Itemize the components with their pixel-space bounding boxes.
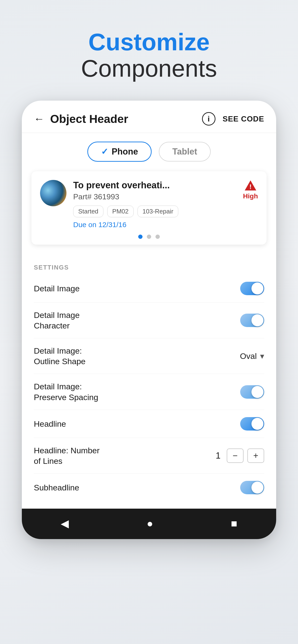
chevron-down-icon: ▾ xyxy=(260,351,264,361)
tab-bar: ✓ Phone Tablet xyxy=(22,133,276,169)
page-title-dark: Components xyxy=(81,55,217,82)
setting-name-headline-lines: Headline: Numberof Lines xyxy=(34,445,213,466)
setting-row-headline: Headline xyxy=(34,410,264,438)
dropdown-value: Oval xyxy=(240,352,257,361)
tab-tablet[interactable]: Tablet xyxy=(159,142,210,162)
page-header: Customize Components xyxy=(81,29,217,82)
setting-row-outline-shape: Detail Image:Outline Shape Oval ▾ xyxy=(34,338,264,374)
toggle-knob-2 xyxy=(251,314,263,326)
card-content: To prevent overheati... Part# 361993 Sta… xyxy=(73,180,236,229)
back-arrow-icon[interactable]: ← xyxy=(34,113,44,125)
toggle-headline[interactable] xyxy=(240,417,264,430)
setting-name-preserve-spacing: Detail Image:Preserve Spacing xyxy=(34,381,240,402)
nav-recent-icon[interactable]: ■ xyxy=(231,518,237,530)
stepper-decrement-button[interactable]: − xyxy=(227,448,244,463)
app-bar-title: Object Header xyxy=(50,112,202,126)
toggle-knob-4 xyxy=(251,418,263,430)
card-avatar xyxy=(40,180,66,206)
tab-tablet-label: Tablet xyxy=(172,146,197,157)
card-due: Due on 12/31/16 xyxy=(73,221,236,229)
setting-row-headline-lines: Headline: Numberof Lines 1 − + xyxy=(34,438,264,474)
page-title-blue: Customize xyxy=(81,29,217,55)
app-bar: ← Object Header i SEE CODE xyxy=(22,100,276,133)
nav-bar: ◀ ● ■ xyxy=(22,509,276,539)
nav-home-icon[interactable]: ● xyxy=(146,518,153,530)
dot-1 xyxy=(138,234,142,239)
tab-phone[interactable]: ✓ Phone xyxy=(87,142,152,162)
card-tags: Started PM02 103-Repair xyxy=(73,206,236,217)
settings-label: SETTINGS xyxy=(34,264,264,271)
warning-triangle-icon: ! xyxy=(244,180,257,191)
setting-row-subheadline: Subheadline xyxy=(34,474,264,502)
stepper-value: 1 xyxy=(213,451,223,461)
settings-section: SETTINGS Detail Image Detail ImageCharac… xyxy=(22,256,276,509)
dot-2 xyxy=(147,234,151,239)
check-icon: ✓ xyxy=(101,146,108,157)
dropdown-outline-shape[interactable]: Oval ▾ xyxy=(240,351,264,361)
info-icon[interactable]: i xyxy=(202,112,215,126)
tab-phone-label: Phone xyxy=(112,146,138,157)
see-code-button[interactable]: SEE CODE xyxy=(223,114,264,124)
dot-3 xyxy=(156,234,160,239)
setting-name-detail-image: Detail Image xyxy=(34,283,240,294)
tag-started: Started xyxy=(73,206,103,217)
badge-text: High xyxy=(243,192,258,200)
toggle-detail-image[interactable] xyxy=(240,282,264,295)
setting-row-detail-image: Detail Image xyxy=(34,274,264,302)
tag-repair: 103-Repair xyxy=(137,206,179,217)
card-badge: ! High xyxy=(243,180,258,200)
card-subtitle: Part# 361993 xyxy=(73,192,236,201)
svg-text:!: ! xyxy=(249,183,251,190)
setting-name-outline-shape: Detail Image:Outline Shape xyxy=(34,346,240,366)
toggle-knob-3 xyxy=(251,386,263,398)
card-row: To prevent overheati... Part# 361993 Sta… xyxy=(40,180,258,229)
toggle-detail-image-character[interactable] xyxy=(240,314,264,327)
tag-pm02: PM02 xyxy=(107,206,134,217)
stepper-increment-button[interactable]: + xyxy=(247,448,264,463)
setting-name-subheadline: Subheadline xyxy=(34,482,240,493)
setting-row-detail-image-character: Detail ImageCharacter xyxy=(34,302,264,338)
nav-back-icon[interactable]: ◀ xyxy=(61,517,69,530)
card-area: To prevent overheati... Part# 361993 Sta… xyxy=(22,169,276,252)
card-title: To prevent overheati... xyxy=(73,180,236,191)
object-card: To prevent overheati... Part# 361993 Sta… xyxy=(32,171,266,244)
stepper-control: 1 − + xyxy=(213,448,264,463)
setting-row-preserve-spacing: Detail Image:Preserve Spacing xyxy=(34,374,264,410)
phone-mockup: ← Object Header i SEE CODE ✓ Phone Table… xyxy=(22,100,276,539)
setting-name-detail-image-character: Detail ImageCharacter xyxy=(34,310,240,331)
toggle-knob xyxy=(251,282,263,294)
toggle-knob-5 xyxy=(251,482,263,494)
toggle-preserve-spacing[interactable] xyxy=(240,385,264,399)
toggle-subheadline[interactable] xyxy=(240,481,264,494)
dots-row xyxy=(40,234,258,239)
setting-name-headline: Headline xyxy=(34,418,240,429)
